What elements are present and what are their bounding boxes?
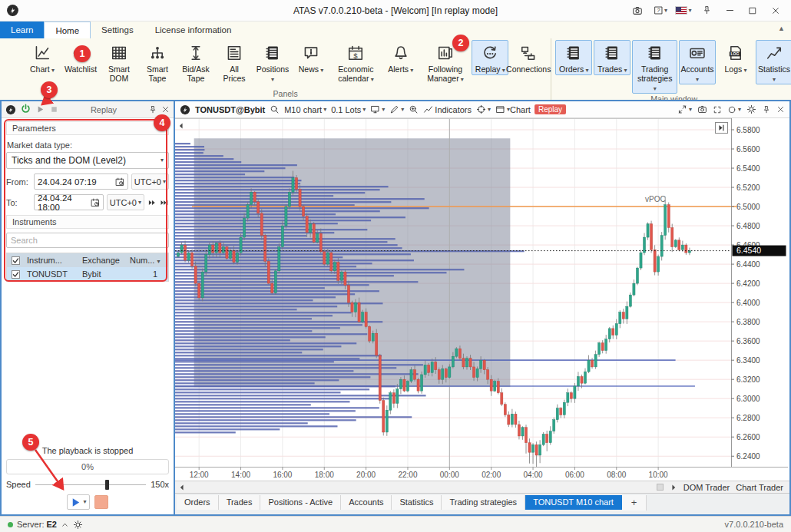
collapse-panel-button[interactable]: ▾ [677, 104, 692, 114]
screenshot-button[interactable] [627, 2, 648, 19]
maximize-button[interactable] [742, 2, 763, 19]
candlestick-chart[interactable]: vPOC6.58006.56006.54006.52006.50006.4800… [175, 118, 788, 481]
go-to-realtime-button[interactable] [715, 122, 728, 134]
layout-button[interactable]: ▾ [495, 104, 510, 114]
start-playback-button[interactable]: ▾ [67, 494, 89, 510]
chevron-up-icon[interactable] [61, 520, 69, 529]
ribbon-button-alerts[interactable]: Alerts ▾ [382, 40, 419, 75]
timeframe-select[interactable]: M10 chart▾ [284, 105, 326, 114]
pin-icon[interactable] [148, 105, 157, 114]
ribbon-button-smart-dom[interactable]: Smart DOM [101, 40, 137, 84]
minimize-button[interactable] [719, 2, 740, 19]
chart-trader-button[interactable]: Chart Trader [736, 483, 783, 492]
instrument-checkbox[interactable] [12, 270, 20, 279]
close-icon[interactable] [161, 105, 170, 114]
drawing-tools-button[interactable]: ▾ [389, 104, 404, 114]
power-icon[interactable] [20, 104, 31, 115]
ribbon-button-trading-strategies[interactable]: Trading strategies ▾ [632, 40, 677, 94]
dom-trader-button[interactable]: DOM Trader [683, 483, 730, 492]
scroll-left-icon[interactable] [178, 484, 186, 491]
server-status[interactable]: Server: E2 [17, 520, 57, 529]
stop-playback-button[interactable] [94, 495, 108, 509]
ribbon-button-all-prices[interactable]: All Prices [216, 40, 253, 84]
scroll-right-icon[interactable] [670, 484, 677, 491]
ribbon-tab-learn[interactable]: Learn [0, 21, 44, 38]
symbol-label[interactable]: TONUSDT@Bybit [195, 105, 265, 114]
help-button[interactable]: ?▾ [650, 2, 671, 19]
ribbon-tab-license-information[interactable]: License information [144, 21, 243, 38]
calendar-icon[interactable] [91, 198, 100, 207]
ribbon-button-positions[interactable]: Positions ▾ [254, 40, 291, 84]
workspace-tab-trading-strategies[interactable]: Trading strategies [442, 495, 525, 510]
pin-window-button[interactable] [696, 2, 717, 19]
workspace-tab-positions-active[interactable]: Positions - Active [260, 495, 341, 510]
theme-button[interactable]: ▾ [727, 105, 741, 114]
ribbon-tab-settings[interactable]: Settings [91, 21, 144, 38]
workspace-tab-accounts[interactable]: Accounts [341, 495, 392, 510]
column-header[interactable]: Instrum... [25, 256, 81, 265]
chart-scrollbar[interactable]: DOM Trader Chart Trader [175, 481, 789, 493]
ribbon-button-following-manager[interactable]: Following Manager ▾ [421, 40, 470, 84]
to-datetime-input[interactable]: 24.04.24 18:00 [34, 194, 104, 210]
workspace-tab-tonusdt-m10-chart[interactable]: TONUSDT M10 chart [525, 495, 622, 510]
instruments-table-header[interactable]: Instrum... Exchange Num... ▾ [7, 253, 168, 267]
gear-icon[interactable] [73, 520, 83, 530]
workspace-tab-trades[interactable]: Trades [219, 495, 261, 510]
ribbon-button-economic-calendar[interactable]: $Economic calendar ▾ [331, 40, 381, 84]
from-datetime-input[interactable]: 24.04.24 07:19 [34, 173, 128, 190]
new-tab-button[interactable]: + [622, 495, 647, 511]
instrument-num: 1 [128, 269, 168, 279]
instrument-search-input[interactable] [6, 233, 169, 248]
speed-slider[interactable] [35, 484, 146, 485]
view-mode-button[interactable]: ▾ [370, 104, 385, 114]
atas-logo-icon [6, 4, 19, 17]
collapse-ribbon-button[interactable]: ▲ [778, 25, 785, 32]
indicators-button[interactable]: Indicators [423, 104, 472, 114]
select-all-checkbox[interactable] [12, 256, 20, 265]
search-icon[interactable] [270, 104, 280, 114]
ribbon-button-replay[interactable]: Replay ▾ [472, 40, 508, 75]
zoom-in-icon[interactable] [409, 104, 419, 114]
gear-icon[interactable] [746, 104, 756, 114]
workspace-tab-statistics[interactable]: Statistics [392, 495, 442, 510]
chart-plot-area[interactable]: vPOC6.58006.56006.54006.52006.50006.4800… [175, 118, 789, 481]
replay-panel: Replay Parameters Market data type: Tick… [2, 101, 175, 514]
close-button[interactable] [765, 2, 786, 19]
ribbon-button-trades[interactable]: Trades ▾ [594, 40, 630, 75]
ribbon-button-watchlist[interactable]: Watchlist [62, 40, 99, 75]
volume-select[interactable]: 0.1 Lots▾ [331, 105, 366, 114]
ribbon-button-news[interactable]: News ▾ [293, 40, 329, 75]
ribbon-tab-home[interactable]: Home [44, 21, 91, 38]
from-timezone-select[interactable]: UTC+0 ▾ [131, 173, 169, 190]
ribbon-button-connections[interactable]: Connections [510, 40, 547, 75]
atas-app: ATAS v7.0.0.210-beta - [Welcom] [In repl… [0, 0, 791, 532]
ribbon-button-label: All Prices [219, 64, 250, 83]
play-icon[interactable] [35, 104, 45, 114]
pin-icon[interactable] [762, 105, 771, 114]
scrollbar-thumb[interactable] [657, 484, 664, 491]
collapse-left-arrow[interactable] [177, 122, 185, 131]
stop-icon[interactable] [49, 104, 59, 114]
close-icon[interactable] [776, 105, 785, 114]
ribbon-button-orders[interactable]: Orders ▾ [555, 40, 592, 75]
workspace-tab-orders[interactable]: Orders [177, 495, 219, 510]
language-selector[interactable]: ▾ [673, 2, 694, 19]
crosshair-button[interactable]: ▾ [476, 104, 491, 114]
ribbon-button-statistics[interactable]: Statistics ▾ [756, 40, 791, 84]
expand-icon[interactable] [713, 105, 722, 114]
fast-forward-button[interactable] [147, 198, 157, 207]
ribbon-button-accounts[interactable]: Accounts ▾ [679, 40, 716, 84]
calendar-icon[interactable] [115, 177, 124, 187]
instrument-row[interactable]: TONUSDT Bybit 1 [7, 267, 168, 281]
speed-slider-handle[interactable] [105, 480, 109, 490]
ribbon-button-logs[interactable]: LOGLogs ▾ [717, 40, 754, 75]
ribbon-button-bid-ask-tape[interactable]: Bid/Ask Tape [177, 40, 214, 84]
skip-to-end-button[interactable] [160, 198, 169, 207]
ribbon-button-smart-tape[interactable]: Smart Tape [139, 40, 176, 84]
ribbon-button-chart[interactable]: Chart ▾ [24, 40, 61, 75]
market-data-type-select[interactable]: Ticks and the DOM (Level2) ▾ [6, 152, 169, 169]
column-header[interactable]: Exchange [81, 256, 128, 265]
camera-icon[interactable] [697, 104, 707, 114]
column-header-sort[interactable]: Num... ▾ [128, 256, 168, 265]
to-timezone-select[interactable]: UTC+0 ▾ [107, 194, 144, 210]
